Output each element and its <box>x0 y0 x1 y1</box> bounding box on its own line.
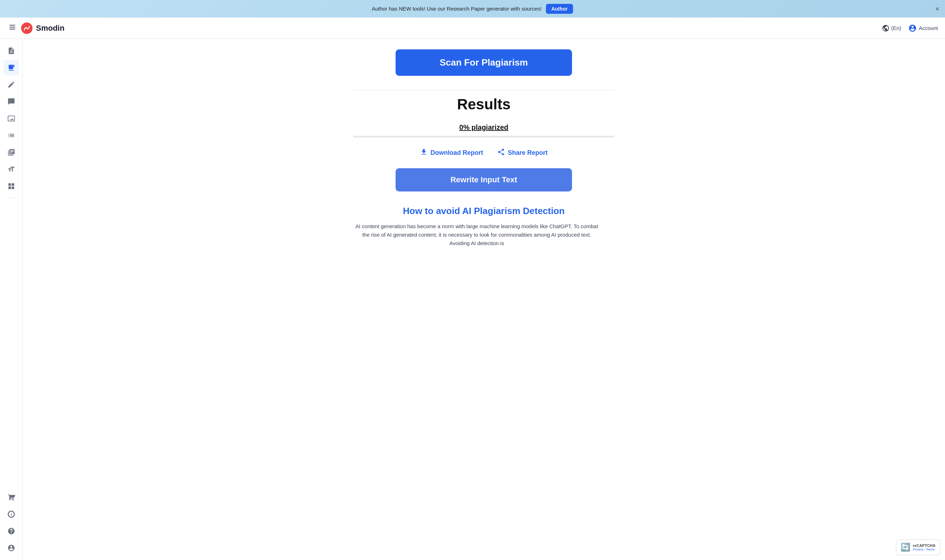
sidebar-item-cart[interactable] <box>3 489 19 505</box>
sidebar-item-font[interactable] <box>3 162 19 177</box>
smodin-logo-icon <box>20 22 33 35</box>
help-icon <box>8 527 15 535</box>
recaptcha-label: reCAPTCHA <box>913 543 936 548</box>
svg-rect-0 <box>9 25 15 26</box>
progress-bar-container <box>353 136 614 137</box>
download-icon <box>420 148 428 158</box>
app-layout: Scan For Plagiarism Results 0% plagiariz… <box>0 39 945 560</box>
sidebar-item-support[interactable] <box>3 506 19 522</box>
sidebar-divider <box>5 197 18 198</box>
logo-text: Smodin <box>36 24 65 33</box>
rewrite-button[interactable]: Rewrite Input Text <box>396 168 572 191</box>
header-right: (En) Account <box>882 24 938 32</box>
support-icon <box>8 510 15 518</box>
sidebar-item-list[interactable] <box>3 128 19 143</box>
results-section: Results 0% plagiarized Download Report <box>353 90 614 248</box>
books-icon <box>8 148 15 156</box>
share-icon <box>497 148 505 158</box>
sidebar-item-books[interactable] <box>3 145 19 160</box>
main-content: Scan For Plagiarism Results 0% plagiariz… <box>23 39 945 560</box>
svg-rect-1 <box>9 27 15 28</box>
profile-icon <box>8 544 15 552</box>
logo-area[interactable]: Smodin <box>20 22 65 35</box>
share-report-label: Share Report <box>508 149 548 157</box>
recaptcha-logo: 🔄 <box>900 543 910 552</box>
image-icon <box>8 115 15 122</box>
language-button[interactable]: (En) <box>882 24 901 32</box>
recaptcha-icon: 🔄 <box>900 543 910 552</box>
sidebar-bottom <box>3 489 19 556</box>
recaptcha-text: reCAPTCHA Privacy - Terms <box>913 543 936 551</box>
announcement-author-button[interactable]: Author <box>546 4 573 14</box>
share-report-button[interactable]: Share Report <box>497 148 548 158</box>
results-title: Results <box>353 96 614 113</box>
cart-icon <box>8 493 15 501</box>
recaptcha-links[interactable]: Privacy - Terms <box>913 548 936 551</box>
plagiarism-result: 0% plagiarized <box>353 123 614 132</box>
language-label: (En) <box>891 25 901 31</box>
chat-icon <box>8 98 15 105</box>
results-divider <box>353 90 614 90</box>
edit-icon <box>8 81 15 89</box>
download-report-button[interactable]: Download Report <box>420 148 483 158</box>
avoid-title: How to avoid AI Plagiarism Detection <box>353 206 614 217</box>
font-icon <box>8 165 15 173</box>
sidebar-item-profile[interactable] <box>3 540 19 556</box>
svg-rect-2 <box>9 29 15 29</box>
language-icon <box>882 24 890 32</box>
announcement-text: Author has NEW tools! Use our Research P… <box>372 6 542 12</box>
account-label: Account <box>919 25 938 31</box>
main-header: Smodin (En) Account <box>0 18 945 39</box>
list-icon <box>8 132 15 139</box>
sidebar-item-grid[interactable] <box>3 178 19 194</box>
plagiarism-check-icon <box>8 64 15 72</box>
menu-icon <box>8 23 16 31</box>
sidebar-item-plagiarism[interactable] <box>3 60 19 75</box>
action-buttons: Download Report Share Report <box>353 148 614 158</box>
sidebar-item-chat[interactable] <box>3 94 19 109</box>
account-button[interactable]: Account <box>908 24 938 32</box>
grid-icon <box>8 182 15 190</box>
sidebar <box>0 39 23 560</box>
avoid-text: AI content generation has become a norm … <box>353 222 600 248</box>
sidebar-item-image[interactable] <box>3 111 19 126</box>
document-icon <box>8 47 15 55</box>
download-report-label: Download Report <box>430 149 483 157</box>
sidebar-item-document[interactable] <box>3 43 19 58</box>
recaptcha-badge: 🔄 reCAPTCHA Privacy - Terms <box>896 540 940 555</box>
sidebar-item-edit[interactable] <box>3 77 19 92</box>
announcement-close-button[interactable]: × <box>935 5 939 13</box>
hamburger-menu-button[interactable] <box>7 22 18 34</box>
scan-plagiarism-button[interactable]: Scan For Plagiarism <box>396 49 572 76</box>
announcement-bar: Author has NEW tools! Use our Research P… <box>0 0 945 18</box>
plagiarism-percent: 0% plagiarized <box>459 123 509 131</box>
account-icon <box>908 24 917 32</box>
sidebar-item-help[interactable] <box>3 523 19 539</box>
